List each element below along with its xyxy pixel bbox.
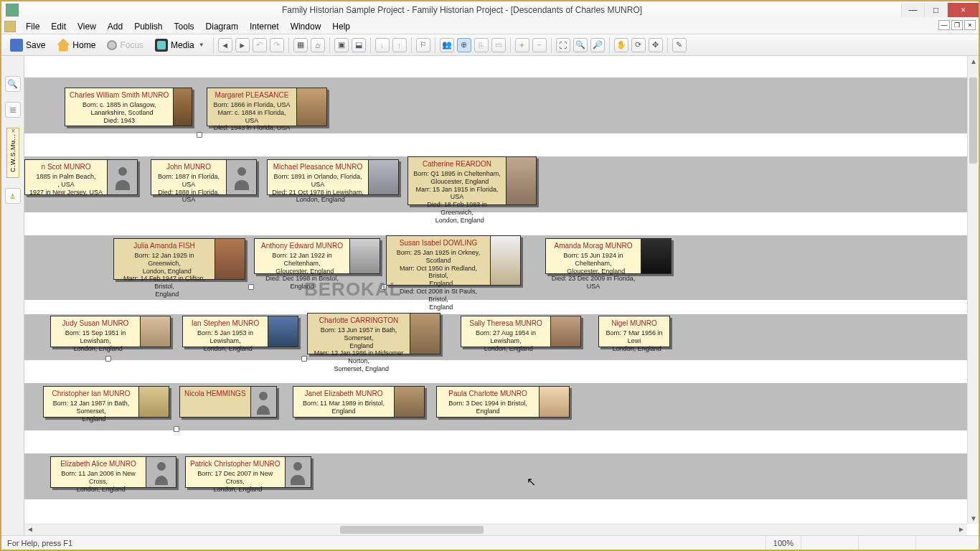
menu-edit[interactable]: Edit <box>45 20 72 33</box>
person-box[interactable]: Christopher Ian MUNROBorn: 12 Jan 1987 i… <box>43 386 169 418</box>
home-button[interactable]: Home <box>52 37 100 54</box>
back-button[interactable]: ◄ <box>218 38 232 52</box>
person-box[interactable]: Nicola HEMMINGS <box>179 386 277 418</box>
person-box[interactable]: Anthony Edward MUNROBorn: 12 Jan 1922 in… <box>254 238 380 274</box>
hand-tool-button[interactable]: ✋ <box>614 38 628 52</box>
menu-publish[interactable]: Publish <box>128 20 168 33</box>
chevron-down-icon: ▼ <box>199 42 204 48</box>
silhouette-icon <box>107 160 137 194</box>
menu-window[interactable]: Window <box>285 20 327 33</box>
menu-internet[interactable]: Internet <box>244 20 285 33</box>
mdi-restore-button[interactable]: ❐ <box>951 20 963 30</box>
toolbar-separator <box>609 37 610 53</box>
menu-add[interactable]: Add <box>102 20 128 33</box>
person-box[interactable]: Nigel MUNROBorn: 7 Mar 1956 in Lewi Lond… <box>598 316 670 347</box>
person-box[interactable]: Janet Elizabeth MUNROBorn: 11 Mar 1989 i… <box>293 386 425 418</box>
person-box[interactable]: Sally Theresa MUNROBorn: 27 Aug 1954 in … <box>461 316 581 347</box>
menu-help[interactable]: Help <box>326 20 356 33</box>
person-box[interactable]: Paula Charlotte MUNROBorn: 3 Dec 1994 in… <box>436 386 570 418</box>
remove-button[interactable]: － <box>532 38 547 52</box>
expand-button[interactable]: ⊕ <box>457 38 471 52</box>
undo-button[interactable]: ↶ <box>253 38 267 52</box>
person-box[interactable]: Ian Stephen MUNROBorn: 5 Jan 1953 in Lew… <box>182 316 298 347</box>
connector-node <box>248 284 254 290</box>
mdi-minimize-button[interactable]: — <box>938 20 950 30</box>
person-box[interactable]: Patrick Christopher MUNROBorn: 17 Dec 20… <box>185 456 311 488</box>
descendants-button[interactable]: ⬓ <box>352 38 366 52</box>
mdi-close-button[interactable]: × <box>964 20 976 30</box>
edit-tool-button[interactable]: ✎ <box>672 38 687 52</box>
status-help-text: For Help, press F1 <box>7 539 72 547</box>
status-cell <box>801 536 858 550</box>
tree-button[interactable]: ⌂ <box>311 38 325 52</box>
person-box[interactable]: Michael Pleasance MUNROBorn: 1891 in Orl… <box>267 159 399 195</box>
connector-node <box>174 426 179 432</box>
scrollbar-thumb[interactable] <box>969 77 977 164</box>
menu-file[interactable]: File <box>20 20 45 33</box>
camera-button[interactable]: ▭ <box>491 38 506 52</box>
media-button[interactable]: Media▼ <box>151 37 209 54</box>
connector-node <box>105 356 111 362</box>
person-photo <box>215 239 245 279</box>
diagram-canvas-wrap: Charles William Smith MUNROBorn: c. 1885… <box>24 56 979 535</box>
window-maximize-button[interactable]: □ <box>924 3 947 17</box>
move-up-button[interactable]: ↑ <box>392 38 407 52</box>
fit-button[interactable]: ⛶ <box>556 38 570 52</box>
database-icon[interactable]: ≣ <box>5 102 21 118</box>
person-box[interactable]: Elizabeth Alice MUNROBorn: 11 Jan 2006 i… <box>50 456 176 488</box>
person-photo <box>140 316 170 347</box>
person-box[interactable]: Julia Amanda FISHBorn: 12 Jan 1925 in Gr… <box>113 238 245 280</box>
status-zoom: 100% <box>765 536 801 550</box>
toolbar-separator <box>213 37 214 53</box>
zoom-in-button[interactable]: 🔎 <box>590 38 605 52</box>
person-box[interactable]: Amanda Morag MUNROBorn: 15 Jun 1924 in C… <box>545 238 672 274</box>
refresh-button[interactable]: ⟳ <box>631 38 646 52</box>
diagram-canvas[interactable]: Charles William Smith MUNROBorn: c. 1885… <box>24 56 979 535</box>
window-close-button[interactable]: × <box>947 3 979 17</box>
people-button[interactable]: 👥 <box>440 38 454 52</box>
status-bar: For Help, press F1 100% <box>1 535 979 550</box>
person-box[interactable]: John MUNROBorn: 1887 in Florida, USA Die… <box>151 159 257 195</box>
person-photo <box>490 236 520 285</box>
move-down-button[interactable]: ↓ <box>375 38 390 52</box>
scrollbar-thumb[interactable] <box>340 526 484 534</box>
person-box[interactable]: Susan Isabel DOWLINGBorn: 25 Jan 1925 in… <box>386 235 521 286</box>
focus-icon <box>107 40 117 50</box>
ancestors-button[interactable]: ▣ <box>334 38 349 52</box>
left-sidebar: 🔍 ≣ C.W.S.Mu... ⍋ <box>1 56 24 535</box>
silhouette-icon <box>146 457 176 487</box>
diagram-tab[interactable]: C.W.S.Mu... <box>6 128 19 178</box>
person-photo <box>410 314 440 354</box>
window-minimize-button[interactable]: — <box>901 3 924 17</box>
menu-tools[interactable]: Tools <box>169 20 200 33</box>
forward-button[interactable]: ► <box>235 38 250 52</box>
horizontal-scrollbar[interactable] <box>24 524 967 535</box>
person-box[interactable]: Catherine REARDONBorn: Q1 1895 in Chelte… <box>407 156 537 205</box>
save-button[interactable]: Save <box>6 37 50 54</box>
add-button[interactable]: ＋ <box>515 38 529 52</box>
zoom-out-button[interactable]: 🔍 <box>573 38 588 52</box>
move-tool-button[interactable]: ✥ <box>649 38 663 52</box>
toolbar-separator <box>667 37 668 53</box>
person-box[interactable]: Margaret PLEASANCEBorn: 1866 in Florida,… <box>207 88 327 126</box>
person-box[interactable]: Charlotte CARRINGTONBorn: 13 Jun 1957 in… <box>307 313 440 354</box>
person-box[interactable]: Judy Susan MUNROBorn: 15 Sep 1951 in Lew… <box>50 316 171 347</box>
tree-nav-icon[interactable]: ⍋ <box>5 188 21 204</box>
records-button[interactable]: ▦ <box>293 38 308 52</box>
menu-diagram[interactable]: Diagram <box>200 20 244 33</box>
person-box[interactable]: Charles William Smith MUNROBorn: c. 1885… <box>65 88 192 126</box>
mdi-control-buttons: — ❐ × <box>938 20 976 30</box>
flag-button[interactable]: ⚐ <box>416 38 430 52</box>
silhouette-icon <box>226 160 256 194</box>
vertical-scrollbar[interactable] <box>967 56 979 524</box>
status-cell <box>915 536 973 550</box>
magnifier-icon[interactable]: 🔍 <box>5 76 21 92</box>
connector-node <box>381 284 387 290</box>
connector-node <box>301 356 307 362</box>
redo-button[interactable]: ↷ <box>270 38 284 52</box>
person-box[interactable]: n Scot MUNRO1885 in Palm Beach, , USA 19… <box>24 159 138 195</box>
menu-view[interactable]: View <box>72 20 102 33</box>
menubar: File Edit View Add Publish Tools Diagram… <box>1 19 979 34</box>
focus-button[interactable]: Focus <box>103 37 148 54</box>
link-button[interactable]: ⎘ <box>474 38 489 52</box>
